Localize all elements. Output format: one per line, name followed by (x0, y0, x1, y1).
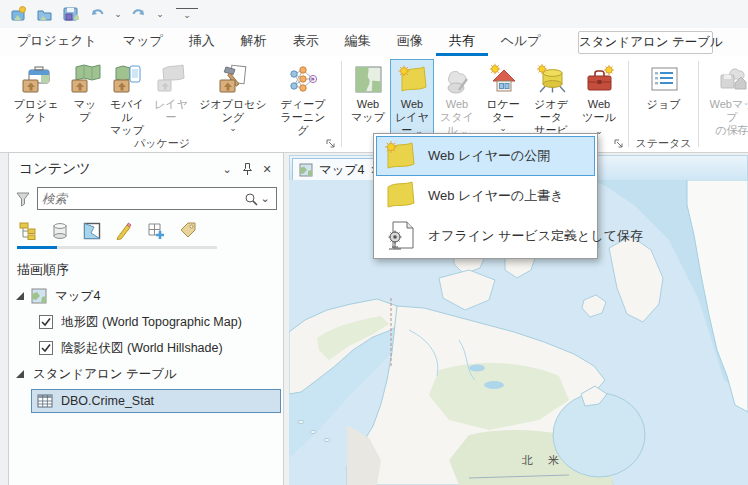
web-tool-icon (582, 62, 616, 98)
redo-menu-chevron-icon[interactable]: ⌄ (154, 9, 166, 19)
search-icon[interactable] (244, 192, 258, 206)
mobile-map-package-button[interactable]: モバイル マップ (104, 59, 150, 138)
tree-item-label: マップ4 (55, 288, 100, 305)
group-separator (628, 61, 629, 147)
save-web-map-button: Webマップ の保存 (701, 59, 748, 138)
dialog-launcher-icon[interactable] (614, 139, 623, 148)
button-label: ラーニング (277, 111, 329, 137)
web-layer-button[interactable]: Web レイヤー ⌄ (390, 59, 434, 138)
button-label: ディープ (281, 98, 326, 111)
web-style-button: Web スタイル ⌄ (434, 59, 480, 138)
geoprocessing-package-button[interactable]: ジオプロセシング ⌄ (192, 59, 274, 137)
locator-icon (486, 62, 520, 98)
dialog-launcher-icon[interactable] (326, 139, 335, 148)
web-tool-button[interactable]: Web ツール ⌄ (576, 59, 622, 138)
web-map-icon (351, 62, 385, 98)
section-heading: 描画順序 (9, 249, 283, 283)
tab-project[interactable]: プロジェクト (4, 28, 110, 56)
button-label: Web (357, 98, 379, 111)
tree-group-standalone-tables[interactable]: スタンドアロン テーブル (9, 361, 283, 387)
tab-help[interactable]: ヘルプ (488, 28, 554, 56)
list-by-selection-icon[interactable] (81, 220, 103, 242)
group-separator (341, 61, 342, 147)
button-label: モバイル (107, 98, 147, 124)
layer-checkbox[interactable] (39, 341, 53, 355)
menu-item-publish-web-layer[interactable]: Web レイヤーの公開 (376, 136, 595, 176)
menu-item-save-offline-service-definition[interactable]: オフライン サービス定義として保存 (376, 216, 595, 256)
tab-map[interactable]: マップ (110, 28, 176, 56)
pin-icon[interactable] (237, 160, 257, 178)
geodata-service-icon (534, 62, 568, 98)
overwrite-web-layer-icon (383, 180, 415, 212)
button-label: マップ (351, 111, 385, 124)
deep-learning-button[interactable]: ディープ ラーニング (274, 59, 332, 138)
tree-item-label: DBO.Crime_Stat (61, 394, 154, 408)
button-label: レイヤー (153, 98, 189, 124)
redo-icon[interactable] (128, 3, 150, 25)
undo-icon[interactable] (86, 3, 108, 25)
save-project-icon[interactable] (60, 3, 82, 25)
tab-insert[interactable]: 挿入 (176, 28, 228, 56)
tree-item-label: 陰影起伏図 (World Hillshade) (61, 340, 223, 357)
expander-icon[interactable] (15, 291, 25, 301)
layer-package-icon (154, 62, 188, 98)
list-by-data-source-icon[interactable] (49, 220, 71, 242)
button-label: ジオデータ (529, 98, 573, 124)
service-definition-icon (383, 220, 415, 252)
open-project-icon[interactable] (34, 3, 56, 25)
jobs-button[interactable]: ジョブ (641, 59, 687, 137)
map-package-button[interactable]: マップ (66, 59, 104, 137)
search-options-chevron-icon[interactable]: ⌄ (258, 190, 272, 208)
filter-icon[interactable] (15, 191, 31, 207)
button-label: Web (401, 98, 423, 111)
button-label: ジオプロセシング (195, 98, 271, 124)
title-bar: ⌄ ⌄ ⌄ (0, 0, 748, 28)
map-thumbnail-icon (31, 288, 47, 304)
region-label: 北 米 (521, 454, 565, 466)
close-panel-icon[interactable]: ✕ (257, 160, 277, 178)
tree-item-crime-stat-table[interactable]: DBO.Crime_Stat (31, 389, 281, 413)
button-label: Web (588, 98, 610, 111)
button-label: Webマップ (704, 98, 748, 124)
publish-web-layer-icon (383, 140, 415, 172)
tab-imagery[interactable]: 画像 (384, 28, 436, 56)
geoprocessing-package-icon (216, 62, 250, 98)
tree-item-label: 地形図 (World Topographic Map) (61, 314, 242, 331)
ribbon-group-save-web-map: Webマップ の保存 (701, 56, 748, 152)
contents-tree: マップ4 地形図 (World Topographic Map) 陰影起伏図 (… (9, 283, 283, 413)
chevron-down-icon: ⌄ (499, 124, 507, 133)
list-by-snapping-icon[interactable] (145, 220, 167, 242)
mobile-map-package-icon (110, 62, 144, 98)
button-label: マップ (69, 98, 101, 124)
project-package-button[interactable]: プロジェクト (6, 59, 66, 137)
tab-analysis[interactable]: 解析 (228, 28, 280, 56)
project-package-icon (19, 62, 53, 98)
tab-share[interactable]: 共有 (436, 28, 488, 56)
tree-item-hillshade-layer[interactable]: 陰影起伏図 (World Hillshade) (9, 335, 283, 361)
list-by-drawing-order-icon[interactable] (17, 220, 39, 242)
button-label: の保存 (715, 124, 748, 137)
customize-quick-access-icon[interactable]: ⌄ (176, 8, 198, 20)
undo-menu-chevron-icon[interactable]: ⌄ (112, 9, 124, 19)
menu-item-overwrite-web-layer[interactable]: Web レイヤーの上書き (376, 176, 595, 216)
list-by-labeling-icon[interactable] (177, 220, 199, 242)
expander-icon[interactable] (15, 369, 25, 379)
layer-checkbox[interactable] (39, 315, 53, 329)
locator-button[interactable]: ロケーター ⌄ (480, 59, 526, 137)
new-project-icon[interactable] (8, 3, 30, 25)
web-map-button[interactable]: Web マップ (346, 59, 390, 137)
tab-edit[interactable]: 編集 (332, 28, 384, 56)
search-input[interactable] (42, 192, 244, 206)
tree-item-topographic-layer[interactable]: 地形図 (World Topographic Map) (9, 309, 283, 335)
panel-menu-chevron-icon[interactable]: ⌄ (217, 160, 237, 178)
chevron-down-icon: ⌄ (229, 124, 237, 133)
view-tab-label: マップ4 (319, 162, 364, 179)
contents-view-tabs (9, 216, 283, 242)
group-separator (698, 61, 699, 147)
tab-view[interactable]: 表示 (280, 28, 332, 56)
deep-learning-icon (286, 62, 320, 98)
contextual-tab-standalone-table[interactable]: スタンドアロン テーブル (578, 31, 713, 54)
list-by-editing-icon[interactable] (113, 220, 135, 242)
tree-item-map[interactable]: マップ4 (9, 283, 283, 309)
map-package-icon (68, 62, 102, 98)
